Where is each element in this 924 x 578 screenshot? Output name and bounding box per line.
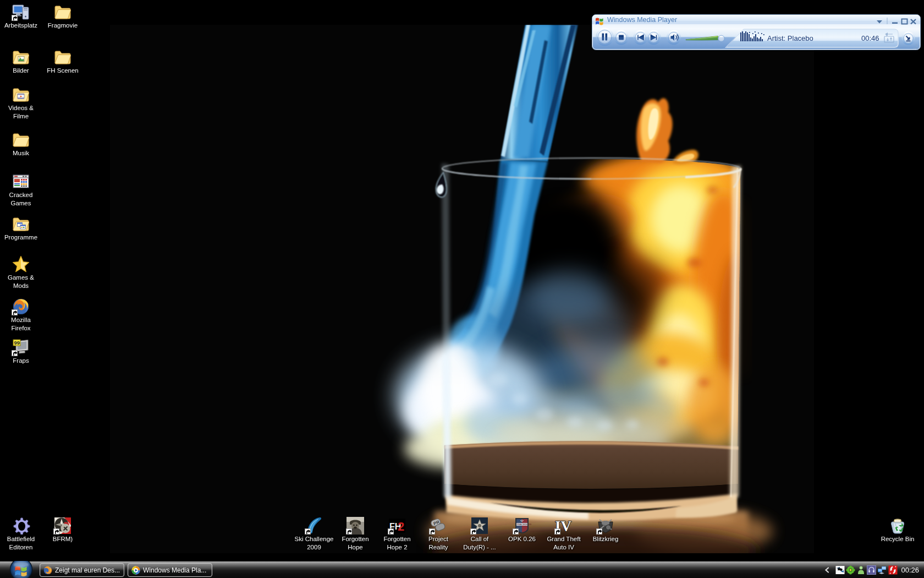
svg-text:Windows Media Player: Windows Media Player: [607, 16, 677, 24]
svg-text:Artist: Placebo: Artist: Placebo: [767, 34, 813, 42]
svg-text:00:46: 00:46: [861, 34, 879, 42]
